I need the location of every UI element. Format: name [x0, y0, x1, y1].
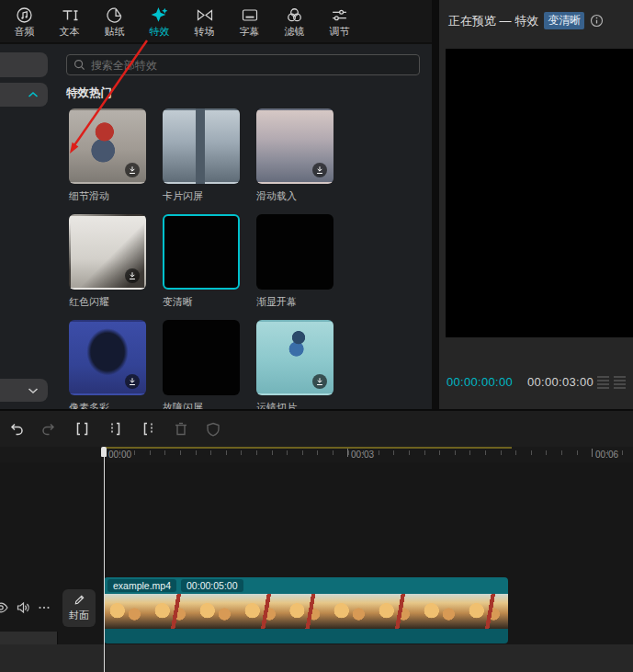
- cover-button[interactable]: 封面: [62, 589, 96, 627]
- effect-thumbnail: [69, 214, 146, 290]
- timeline-tracks: 封面 example.mp4 00:00:05:00: [0, 462, 633, 672]
- filmstrip-frame: [284, 594, 329, 629]
- effect-card[interactable]: 运镜切片: [256, 320, 333, 409]
- preview-title: 正在预览 — 特效: [448, 13, 538, 29]
- effect-card[interactable]: 滑动载入: [256, 108, 333, 204]
- tab-filter[interactable]: 滤镜: [272, 1, 317, 41]
- effects-panel: 特效热门 细节滑动 卡片闪屏 滑动载入: [0, 44, 432, 409]
- timeline-ruler[interactable]: 00:00 00:03 00:06: [0, 447, 633, 462]
- timeline-bottom-strip: [0, 644, 633, 672]
- fullscreen-icon[interactable]: [614, 376, 626, 389]
- current-time: 00:00:00:00: [446, 375, 513, 389]
- app-window: 音频 文本 贴纸 特效: [0, 0, 633, 672]
- filmstrip-frame: [418, 594, 463, 629]
- tab-transition[interactable]: 转场: [182, 1, 227, 41]
- total-duration: 00:00:03:00: [527, 375, 593, 389]
- preview-times: 00:00:00:00 00:00:03:00: [446, 375, 593, 389]
- effect-card[interactable]: 故障闪屏: [163, 320, 240, 409]
- redo-icon[interactable]: [40, 420, 58, 438]
- tab-captions[interactable]: 字幕: [227, 1, 272, 41]
- playhead-handle[interactable]: [101, 447, 107, 457]
- ruler-major-tick: [592, 449, 593, 457]
- effect-card[interactable]: 红色闪耀: [69, 214, 146, 310]
- tab-adjust[interactable]: 调节: [317, 1, 362, 41]
- panel-divider-vertical[interactable]: [432, 0, 439, 409]
- effect-thumbnail: [256, 214, 333, 290]
- filmstrip-frame: [373, 594, 418, 629]
- effect-thumbnail: [256, 320, 333, 395]
- eye-icon[interactable]: [0, 601, 8, 614]
- effect-thumbnail: [163, 214, 240, 290]
- clip-audio-bar: [104, 629, 508, 644]
- effects-grid: 细节滑动 卡片闪屏 滑动载入 红色闪耀: [69, 108, 333, 409]
- download-icon: [125, 374, 140, 389]
- effect-card[interactable]: 像素多彩: [69, 320, 146, 409]
- shield-icon[interactable]: [205, 420, 221, 438]
- filmstrip-frame: [149, 594, 194, 629]
- info-icon[interactable]: [590, 14, 604, 28]
- sidebar-dropdown-pill[interactable]: [0, 379, 48, 402]
- split-icon[interactable]: [73, 420, 91, 438]
- download-icon: [125, 163, 140, 177]
- effects-star-icon: [150, 6, 169, 25]
- effect-card[interactable]: 卡片闪屏: [163, 108, 240, 204]
- delete-icon[interactable]: [173, 420, 189, 438]
- filmstrip-frame: [104, 594, 149, 629]
- effect-card[interactable]: 渐显开幕: [256, 214, 333, 310]
- effect-thumbnail: [69, 320, 146, 395]
- ratio-icon[interactable]: [597, 376, 609, 389]
- delete-right-icon[interactable]: [140, 420, 157, 438]
- effect-thumbnail: [163, 320, 240, 395]
- clip-filename: example.mp4: [107, 579, 176, 592]
- effect-card-selected[interactable]: 变清晰: [163, 214, 240, 310]
- effect-range-line: [104, 447, 512, 449]
- tab-sticker[interactable]: 贴纸: [92, 1, 137, 41]
- chevron-down-icon: [28, 387, 39, 394]
- captions-icon: [241, 6, 259, 25]
- download-icon: [312, 163, 327, 177]
- search-icon: [73, 59, 85, 71]
- filter-icon: [286, 6, 303, 25]
- video-clip[interactable]: example.mp4 00:00:05:00: [104, 577, 508, 644]
- delete-left-icon[interactable]: [107, 420, 124, 438]
- filmstrip-frame: [328, 594, 373, 629]
- ruler-label: 00:06: [595, 450, 618, 460]
- clip-duration: 00:00:05:00: [181, 579, 243, 592]
- effect-thumbnail: [256, 108, 333, 184]
- audio-icon: [16, 6, 33, 25]
- effect-thumbnail: [69, 108, 146, 184]
- search-input[interactable]: [91, 59, 413, 72]
- clip-filmstrip: [104, 594, 508, 629]
- cover-button-label: 封面: [69, 609, 89, 622]
- preview-footer-icons: [597, 376, 626, 389]
- download-icon: [312, 374, 327, 389]
- playhead-line[interactable]: [104, 447, 105, 672]
- more-options-icon[interactable]: [38, 601, 51, 614]
- adjust-icon: [331, 6, 348, 25]
- transition-icon: [196, 6, 214, 25]
- tab-effects[interactable]: 特效: [137, 1, 182, 41]
- speaker-icon[interactable]: [17, 601, 30, 614]
- track-header-block: [0, 632, 57, 644]
- media-toolbar: 音频 文本 贴纸 特效: [0, 0, 432, 43]
- track-controls: [0, 598, 55, 617]
- effect-thumbnail: [163, 108, 240, 184]
- pencil-icon: [73, 594, 85, 606]
- filmstrip-frame: [194, 594, 239, 629]
- clip-header: example.mp4 00:00:05:00: [104, 577, 508, 594]
- ruler-label: 00:00: [108, 450, 131, 460]
- effects-search-box[interactable]: [66, 54, 420, 75]
- filmstrip-frame: [239, 594, 284, 629]
- video-preview[interactable]: [446, 49, 633, 337]
- tab-text[interactable]: 文本: [47, 1, 92, 41]
- preview-panel: 正在预览 — 特效 变清晰 00:00:00:00 00:00:03:00: [439, 0, 633, 409]
- text-icon: [61, 6, 79, 25]
- preview-header: 正在预览 — 特效 变清晰: [448, 12, 604, 29]
- sidebar-category-pill[interactable]: [0, 52, 48, 77]
- sidebar-category-pill-expanded[interactable]: [0, 83, 48, 107]
- undo-icon[interactable]: [7, 420, 25, 438]
- timeline-toolbar: [0, 410, 633, 447]
- tab-audio[interactable]: 音频: [2, 1, 47, 41]
- ruler-label: 00:03: [351, 450, 374, 460]
- effect-card[interactable]: 细节滑动: [69, 108, 146, 204]
